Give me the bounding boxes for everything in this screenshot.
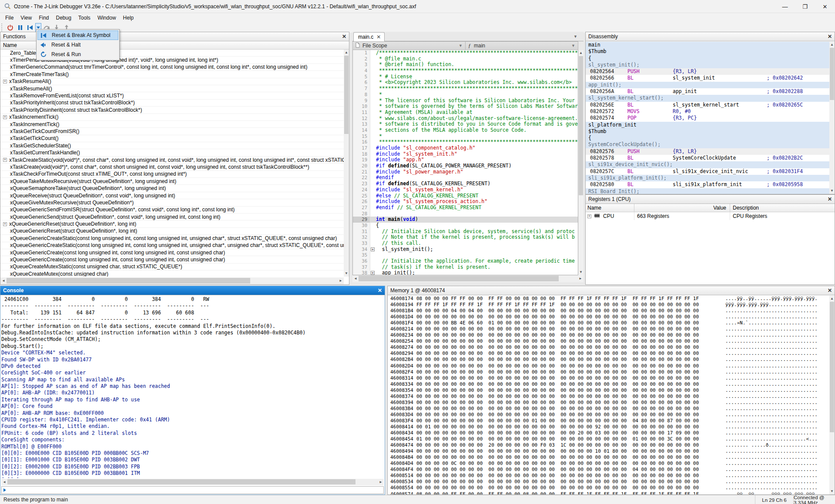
function-dropdown[interactable]: ƒ main ▼ xyxy=(465,42,578,50)
memory-row[interactable]: 460081F400 00 00 00 BB 4E 06 60 01 00 00… xyxy=(388,320,829,326)
console-hscrollbar[interactable]: ◄ ► xyxy=(1,479,384,485)
disasm-label[interactable]: $Thumb xyxy=(586,128,829,135)
menu-item-reset-break-at-symbol[interactable]: Reset & Break At Symbol xyxy=(37,30,118,40)
function-row[interactable]: +xTaskCreateStatic(void(void*)*, const c… xyxy=(0,157,344,164)
disasm-src[interactable]: sli_si91x_platform_init(); xyxy=(586,175,829,181)
menu-item-reset-run[interactable]: Reset & Run xyxy=(37,50,118,59)
file-scope-dropdown[interactable]: File Scope ▼ xyxy=(353,42,465,50)
code-line[interactable]: 25#else // SL_CATALOG_KERNEL_PRESENT xyxy=(353,193,578,199)
code-line[interactable]: 1/**************************************… xyxy=(353,50,578,56)
function-row[interactable]: xTaskResumeAll() xyxy=(0,85,344,92)
function-row[interactable]: xQueueGiveMutexRecursive(struct QueueDef… xyxy=(0,199,344,206)
memory-row[interactable]: 460081B400 00 00 00 04 00 04 00 00 00 00… xyxy=(388,308,829,314)
menu-find[interactable]: Find xyxy=(35,14,52,22)
disasm-src[interactable]: RSI_Board_Init(); xyxy=(586,188,829,194)
expand-icon[interactable]: + xyxy=(3,115,7,119)
memory-row[interactable]: 460083F400 00 00 00 00 00 00 00 00 00 00… xyxy=(388,418,829,424)
function-row[interactable]: xQueueSemaphoreTake(struct QueueDefiniti… xyxy=(0,185,344,192)
code-line[interactable]: 35 xyxy=(353,252,578,258)
code-line[interactable]: 36 // Initialize the application. For ex… xyxy=(353,258,578,264)
functions-hscrollbar[interactable]: ◄ ► xyxy=(0,277,344,284)
console-close-icon[interactable]: ✕ xyxy=(378,287,382,294)
function-row[interactable]: xQueueGenericReset(struct QueueDefinitio… xyxy=(0,228,344,235)
code-line[interactable]: 12 * www.silabs.com/about-us/legal/maste… xyxy=(353,116,578,122)
memory-row[interactable]: 4600827400 00 00 00 00 00 00 00 00 00 00… xyxy=(388,344,829,350)
editor-hscrollbar[interactable]: ◄ ► xyxy=(352,275,583,282)
function-row[interactable]: xTaskPriorityInherit(const struct tskTas… xyxy=(0,100,344,107)
editor-vscrollbar[interactable]: ▲ ▼ xyxy=(578,50,583,275)
code-line[interactable]: 4 **************************************… xyxy=(353,68,578,74)
memory-row[interactable]: 4600833400 00 00 00 00 00 00 00 00 00 00… xyxy=(388,381,829,387)
memory-row[interactable]: 460081D400 00 00 00 00 00 00 00 00 00 00… xyxy=(388,314,829,320)
tab-main-c[interactable]: main.c ✕ xyxy=(353,32,385,41)
code-line[interactable]: 7 **************************************… xyxy=(353,86,578,92)
expand-icon[interactable]: + xyxy=(3,158,7,162)
memory-row[interactable]: 460084B400 00 00 00 00 00 00 00 00 00 00… xyxy=(388,454,829,461)
disasm-src[interactable]: sl_system_kernel_start(); xyxy=(586,95,829,101)
memory-row[interactable]: 4600843400 00 00 00 00 00 00 00 00 00 00… xyxy=(388,430,829,436)
code-line[interactable]: 18#include "sl_system_init.h" xyxy=(353,151,578,157)
functions-close-icon[interactable]: ✕ xyxy=(342,33,346,40)
code-line[interactable]: 32 // Note that if the kernel is present… xyxy=(353,234,578,240)
disassembly-close-icon[interactable]: ✕ xyxy=(828,33,832,40)
memory-row[interactable]: 4600851400 00 00 00 00 00 00 00 00 00 00… xyxy=(388,473,829,479)
disasm-src[interactable]: SystemCoreClockUpdate(); xyxy=(586,141,829,148)
memory-row[interactable]: 460083D400 00 00 00 00 00 00 00 00 00 00… xyxy=(388,412,829,418)
disasm-src[interactable]: sl_si91x_device_init_nvic(); xyxy=(586,161,829,168)
function-row[interactable]: xTaskCheckForTimeOut(const struct xTIME_… xyxy=(0,171,344,178)
code-line[interactable]: 14 * sections of the MSLA applicable to … xyxy=(353,127,578,134)
code-line[interactable]: 37 // task(s) if the kernel is present. xyxy=(353,264,578,270)
memory-hex-dump[interactable]: 4600817408 00 00 00 FF FF 00 00 FF FF 00… xyxy=(388,296,829,494)
registers-column-header[interactable]: Name Value Description xyxy=(586,204,835,212)
memory-row[interactable]: 4600831400 00 00 00 00 00 00 00 00 00 00… xyxy=(388,375,829,381)
maximize-button[interactable]: ❐ xyxy=(795,0,815,13)
menu-item-reset-halt[interactable]: Reset & Halt xyxy=(37,40,118,50)
function-row[interactable]: xTaskGetCurrentTaskHandle() xyxy=(0,149,344,156)
function-row[interactable]: +xTaskResumeAll() xyxy=(0,78,344,85)
function-row[interactable]: xTaskRemoveFromEventList(const struct xL… xyxy=(0,92,344,99)
code-line[interactable]: 2 * @file main.c xyxy=(353,56,578,62)
code-line[interactable]: 33 // this call. xyxy=(353,240,578,247)
function-row[interactable]: xQueueCreateMutexStatic(const unsigned c… xyxy=(0,264,344,270)
disasm-instruction[interactable]: 08202574POP{R3, PC} xyxy=(586,115,829,121)
memory-row[interactable]: 4600837400 00 00 00 00 00 00 00 00 00 00… xyxy=(388,394,829,400)
memory-row[interactable]: 460082F400 00 00 00 00 00 00 00 00 00 00… xyxy=(388,369,829,375)
disasm-label[interactable]: main xyxy=(586,42,829,48)
tab-close-icon[interactable]: ✕ xyxy=(376,34,381,41)
memory-row[interactable]: 4600849400 00 00 00 00 00 00 00 00 00 00… xyxy=(388,448,829,454)
code-line[interactable]: 21#include "sl_power_manager.h" xyxy=(353,169,578,175)
memory-row[interactable]: 460082B400 00 00 00 00 00 00 00 00 00 00… xyxy=(388,357,829,363)
memory-row[interactable]: 4600839400 00 00 00 00 00 00 00 00 00 00… xyxy=(388,400,829,406)
disasm-instruction[interactable]: 08202566BLsl_system_init; 0x08202642 xyxy=(586,75,829,81)
memory-row[interactable]: 460084D400 00 00 00 0C 00 00 00 00 00 00… xyxy=(388,461,829,467)
console-log[interactable]: 24061C00 384 0 0 384 0 RW--------- -----… xyxy=(1,296,384,478)
memory-row[interactable]: 4600847400 00 00 00 00 00 00 00 20 00 00… xyxy=(388,442,829,448)
code-line[interactable]: 3 * @brief main() function. xyxy=(353,62,578,68)
disasm-src[interactable]: app_init(); xyxy=(586,82,829,88)
disasm-instruction[interactable]: 08202564PUSH{R3, LR} xyxy=(586,68,829,75)
function-row[interactable]: +xQueueGenericReset(struct QueueDefiniti… xyxy=(0,220,344,227)
disasm-label[interactable]: sl_platform_init xyxy=(586,122,829,128)
memory-row[interactable]: 4600829400 00 00 00 00 00 00 00 00 00 00… xyxy=(388,350,829,357)
code-line[interactable]: 6 * <b>Copyright 2023 Silicon Laboratori… xyxy=(353,80,578,86)
code-area[interactable]: 1/**************************************… xyxy=(352,50,578,275)
disasm-src[interactable]: sl_system_init(); xyxy=(586,62,829,68)
power-button[interactable] xyxy=(5,23,15,32)
function-row[interactable]: xTimerGenericCommand(struct tmrTimerCont… xyxy=(0,64,344,71)
tab-list-dropdown-icon[interactable]: ▼ xyxy=(573,34,577,39)
code-line[interactable]: 26#include "sl_system_process_action.h" xyxy=(353,199,578,205)
fold-expand-icon[interactable]: + xyxy=(371,247,375,251)
disasm-instruction[interactable]: 0820256ABLapp_init; 0x08202288 xyxy=(586,88,829,95)
disasm-instruction[interactable]: 08202572MOVSR0, #0 xyxy=(586,108,829,115)
code-line[interactable]: 28 xyxy=(353,211,578,217)
disasm-instruction[interactable]: 0820256EBLsl_system_kernel_start; 0x0820… xyxy=(586,102,829,108)
function-row[interactable]: xQueueGenericSend(struct QueueDefinition… xyxy=(0,214,344,220)
memory-row[interactable]: 4600855400 00 00 00 00 00 00 00 00 00 00… xyxy=(388,485,829,491)
code-line[interactable]: 15 * xyxy=(353,134,578,140)
function-row[interactable]: xTaskIncrementTick() xyxy=(0,121,344,128)
code-line[interactable]: 22#endif xyxy=(353,175,578,181)
fold-expand-icon[interactable]: + xyxy=(371,271,375,275)
memory-row[interactable]: 4600857408 00 00 00 FF FF 00 00 FF FF 00… xyxy=(388,491,829,495)
function-row[interactable]: +xTaskIncrementTick() xyxy=(0,114,344,121)
pause-button[interactable] xyxy=(15,23,25,32)
